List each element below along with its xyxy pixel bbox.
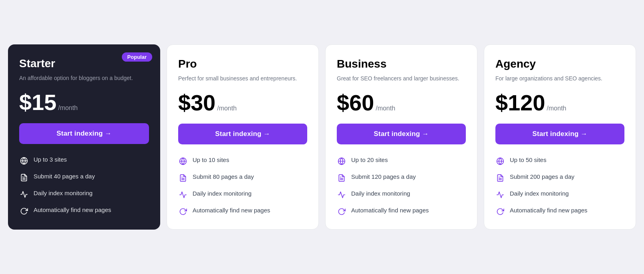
- feature-text: Daily index monitoring: [510, 189, 569, 198]
- globe-icon: [337, 156, 346, 166]
- pulse-icon: [495, 190, 505, 200]
- plan-description: An affordable option for bloggers on a b…: [19, 74, 149, 82]
- feature-text: Automatically find new pages: [351, 206, 429, 214]
- feature-item: Submit 40 pages a day: [19, 172, 149, 182]
- globe-icon: [178, 156, 188, 166]
- features-list: Up to 10 sites Submit 80 pages a day Dai…: [178, 156, 307, 216]
- feature-text: Submit 40 pages a day: [34, 172, 95, 180]
- feature-text: Daily index monitoring: [34, 189, 93, 197]
- feature-text: Daily index monitoring: [351, 189, 410, 198]
- globe-icon: [495, 156, 505, 166]
- price-period: /month: [376, 105, 395, 112]
- doc-icon: [19, 173, 29, 182]
- features-list: Up to 50 sites Submit 200 pages a day Da…: [495, 156, 624, 216]
- plan-price: $30 /month: [178, 92, 307, 114]
- price-amount: $120: [495, 92, 545, 114]
- feature-item: Up to 3 sites: [19, 155, 149, 166]
- feature-item: Automatically find new pages: [495, 206, 624, 216]
- feature-item: Submit 200 pages a day: [495, 172, 624, 183]
- feature-item: Automatically find new pages: [178, 206, 307, 216]
- pricing-grid: Popular Starter An affordable option for…: [8, 44, 636, 230]
- refresh-icon: [178, 207, 188, 216]
- feature-text: Submit 120 pages a day: [351, 172, 416, 181]
- feature-item: Submit 80 pages a day: [178, 172, 307, 183]
- feature-text: Daily index monitoring: [193, 189, 252, 198]
- feature-item: Up to 10 sites: [178, 156, 307, 166]
- plan-name: Agency: [495, 58, 624, 70]
- price-period: /month: [58, 104, 78, 112]
- plan-card-pro: Pro Perfect for small businesses and ent…: [167, 44, 319, 230]
- feature-text: Up to 20 sites: [351, 156, 388, 164]
- feature-text: Automatically find new pages: [510, 206, 587, 214]
- feature-text: Up to 3 sites: [34, 155, 67, 164]
- feature-item: Automatically find new pages: [19, 206, 149, 216]
- start-indexing-button[interactable]: Start indexing →: [337, 124, 466, 144]
- features-list: Up to 20 sites Submit 120 pages a day Da…: [337, 156, 466, 216]
- start-indexing-button[interactable]: Start indexing →: [495, 124, 624, 144]
- refresh-icon: [337, 207, 346, 216]
- plan-name: Pro: [178, 58, 307, 70]
- globe-icon: [19, 156, 29, 166]
- price-period: /month: [217, 105, 237, 112]
- feature-text: Up to 50 sites: [510, 156, 547, 164]
- plan-price: $60 /month: [337, 92, 466, 114]
- feature-text: Up to 10 sites: [193, 156, 229, 164]
- feature-item: Daily index monitoring: [495, 189, 624, 200]
- feature-text: Submit 80 pages a day: [193, 172, 254, 181]
- price-amount: $30: [178, 92, 215, 114]
- features-list: Up to 3 sites Submit 40 pages a day Dail…: [19, 155, 149, 216]
- feature-item: Daily index monitoring: [19, 189, 149, 199]
- plan-description: Great for SEO freelancers and larger bus…: [337, 74, 466, 83]
- plan-card-agency: Agency For large organizations and SEO a…: [484, 44, 636, 230]
- plan-price: $15 /month: [19, 91, 149, 114]
- refresh-icon: [19, 206, 29, 216]
- plan-name: Business: [337, 58, 466, 70]
- pulse-icon: [337, 190, 346, 200]
- pulse-icon: [19, 190, 29, 199]
- plan-price: $120 /month: [495, 92, 624, 114]
- popular-badge: Popular: [122, 52, 152, 62]
- feature-item: Up to 20 sites: [337, 156, 466, 166]
- price-period: /month: [547, 105, 566, 112]
- feature-item: Daily index monitoring: [337, 189, 466, 200]
- feature-item: Automatically find new pages: [337, 206, 466, 216]
- start-indexing-button[interactable]: Start indexing →: [178, 124, 307, 144]
- start-indexing-button[interactable]: Start indexing →: [19, 123, 149, 144]
- pulse-icon: [178, 190, 188, 200]
- refresh-icon: [495, 207, 505, 216]
- feature-item: Daily index monitoring: [178, 189, 307, 200]
- feature-text: Automatically find new pages: [34, 206, 111, 214]
- plan-description: For large organizations and SEO agencies…: [495, 74, 624, 83]
- doc-icon: [178, 173, 188, 183]
- doc-icon: [495, 173, 505, 183]
- feature-text: Submit 200 pages a day: [510, 172, 574, 181]
- doc-icon: [337, 173, 346, 183]
- price-amount: $15: [19, 91, 56, 114]
- plan-description: Perfect for small businesses and entrepr…: [178, 74, 307, 83]
- plan-card-starter: Popular Starter An affordable option for…: [8, 44, 160, 230]
- feature-item: Submit 120 pages a day: [337, 172, 466, 183]
- feature-item: Up to 50 sites: [495, 156, 624, 166]
- plan-card-business: Business Great for SEO freelancers and l…: [325, 44, 477, 230]
- price-amount: $60: [337, 92, 374, 114]
- feature-text: Automatically find new pages: [193, 206, 270, 214]
